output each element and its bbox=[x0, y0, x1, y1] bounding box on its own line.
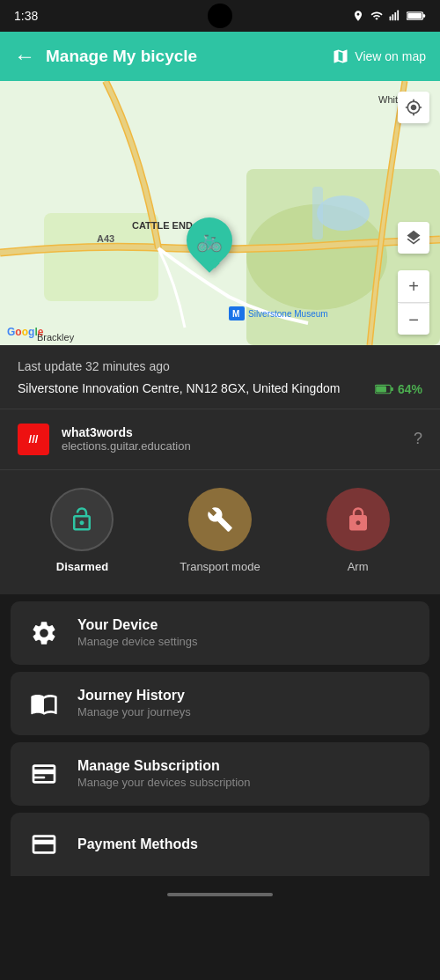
disarmed-button[interactable]: Disarmed bbox=[50, 488, 114, 573]
last-update-text: Last update 32 minutes ago bbox=[18, 359, 422, 373]
payment-title: Payment Methods bbox=[77, 836, 198, 852]
battery-status-icon bbox=[407, 11, 426, 21]
subscription-text: Manage Subscription Manage your devices … bbox=[77, 758, 251, 789]
locate-button[interactable] bbox=[398, 92, 429, 123]
svg-point-11 bbox=[317, 195, 370, 231]
back-button[interactable]: ← bbox=[14, 44, 35, 69]
menu-section: Your Device Manage device settings Journ… bbox=[0, 594, 440, 883]
w3w-text: what3words elections.guitar.education bbox=[62, 425, 191, 453]
info-section: Last update 32 minutes ago Silverstone I… bbox=[0, 345, 440, 409]
subscription-icon bbox=[30, 760, 58, 788]
disarmed-circle bbox=[50, 488, 114, 551]
battery-icon bbox=[375, 383, 394, 395]
payment-item[interactable]: Payment Methods bbox=[11, 813, 429, 876]
camera-notch bbox=[208, 4, 232, 28]
svg-rect-2 bbox=[394, 12, 396, 20]
map-svg: A43 CATTLE END Brackley Hatch Silverston… bbox=[0, 81, 440, 345]
zoom-controls: + − bbox=[398, 270, 429, 335]
status-bar: 1:38 bbox=[0, 0, 440, 32]
page-title: Manage My bicycle bbox=[46, 47, 197, 66]
subscription-title: Manage Subscription bbox=[77, 758, 251, 774]
bike-location-marker: 🚲 bbox=[187, 217, 232, 267]
map-icon bbox=[332, 48, 349, 65]
svg-rect-28 bbox=[33, 776, 45, 778]
svg-text:Hatch: Hatch bbox=[37, 343, 62, 345]
svg-rect-6 bbox=[407, 13, 422, 18]
svg-rect-27 bbox=[376, 386, 386, 392]
unlock-icon bbox=[69, 506, 95, 533]
location-icon bbox=[352, 10, 364, 22]
journey-history-item[interactable]: Journey History Manage your journeys bbox=[11, 672, 429, 735]
gear-icon bbox=[30, 619, 58, 647]
device-subtitle: Manage device settings bbox=[77, 635, 198, 648]
view-on-map-button[interactable]: View on map bbox=[332, 48, 426, 65]
nav-indicator bbox=[167, 893, 273, 896]
card-icon bbox=[30, 830, 58, 858]
transport-label: Transport mode bbox=[180, 560, 260, 573]
svg-rect-12 bbox=[312, 187, 323, 239]
status-icons bbox=[352, 10, 426, 22]
w3w-section[interactable]: /// what3words elections.guitar.educatio… bbox=[0, 409, 440, 469]
arm-label: Arm bbox=[348, 560, 369, 573]
top-bar-left: ← Manage My bicycle bbox=[14, 44, 197, 69]
svg-rect-0 bbox=[390, 17, 392, 21]
location-row: Silverstone Innovation Centre, NN12 8GX,… bbox=[18, 380, 422, 398]
svg-rect-1 bbox=[392, 14, 394, 20]
w3w-logo: /// bbox=[18, 424, 49, 455]
transport-mode-button[interactable]: Transport mode bbox=[180, 488, 260, 573]
subscription-subtitle: Manage your devices subscription bbox=[77, 776, 251, 789]
layer-button[interactable] bbox=[398, 222, 429, 254]
device-text: Your Device Manage device settings bbox=[77, 617, 198, 648]
subscription-item[interactable]: Manage Subscription Manage your devices … bbox=[11, 742, 429, 806]
zoom-in-button[interactable]: + bbox=[398, 270, 429, 302]
status-time: 1:38 bbox=[14, 9, 38, 23]
journey-text: Journey History Manage your journeys bbox=[77, 688, 191, 718]
transport-circle bbox=[188, 488, 252, 551]
action-section: Disarmed Transport mode Arm bbox=[0, 470, 440, 594]
layers-icon bbox=[405, 229, 422, 247]
location-address: Silverstone Innovation Centre, NN12 8GX,… bbox=[18, 380, 364, 398]
svg-rect-3 bbox=[397, 11, 399, 21]
journey-title: Journey History bbox=[77, 688, 191, 704]
battery-badge: 64% bbox=[375, 382, 422, 396]
subscription-icon-container bbox=[26, 756, 62, 792]
journey-subtitle: Manage your journeys bbox=[77, 705, 191, 718]
device-title: Your Device bbox=[77, 617, 198, 633]
arm-button[interactable]: Arm bbox=[326, 488, 390, 573]
lock-icon bbox=[345, 506, 371, 533]
wifi-icon bbox=[370, 10, 384, 22]
w3w-label: what3words bbox=[62, 425, 191, 439]
crosshair-icon bbox=[405, 99, 422, 116]
w3w-help-button[interactable]: ? bbox=[414, 430, 422, 448]
view-on-map-label: View on map bbox=[355, 49, 426, 63]
wrench-icon bbox=[207, 506, 233, 533]
battery-percent: 64% bbox=[398, 382, 422, 396]
disarmed-label: Disarmed bbox=[56, 560, 108, 573]
svg-text:A43: A43 bbox=[97, 233, 114, 244]
payment-icon-container bbox=[26, 827, 62, 862]
w3w-left: /// what3words elections.guitar.educatio… bbox=[18, 424, 191, 455]
svg-text:Silverstone Museum: Silverstone Museum bbox=[248, 309, 328, 319]
google-logo: G o o g l e bbox=[7, 326, 43, 338]
your-device-item[interactable]: Your Device Manage device settings bbox=[11, 601, 429, 665]
svg-text:M: M bbox=[232, 309, 239, 319]
book-icon bbox=[30, 689, 58, 718]
device-icon-container bbox=[26, 615, 62, 651]
signal-icon bbox=[389, 10, 401, 22]
payment-text: Payment Methods bbox=[77, 836, 198, 852]
svg-rect-29 bbox=[33, 772, 55, 774]
zoom-out-button[interactable]: − bbox=[398, 303, 429, 335]
journey-icon-container bbox=[26, 686, 62, 721]
top-bar: ← Manage My bicycle View on map bbox=[0, 32, 440, 81]
w3w-words: elections.guitar.education bbox=[62, 439, 191, 453]
arm-circle bbox=[326, 488, 390, 551]
bottom-nav bbox=[0, 883, 440, 910]
map-container[interactable]: A43 CATTLE END Brackley Hatch Silverston… bbox=[0, 81, 440, 345]
svg-rect-5 bbox=[423, 14, 426, 17]
svg-rect-26 bbox=[391, 387, 393, 391]
svg-text:CATTLE END: CATTLE END bbox=[132, 220, 193, 231]
